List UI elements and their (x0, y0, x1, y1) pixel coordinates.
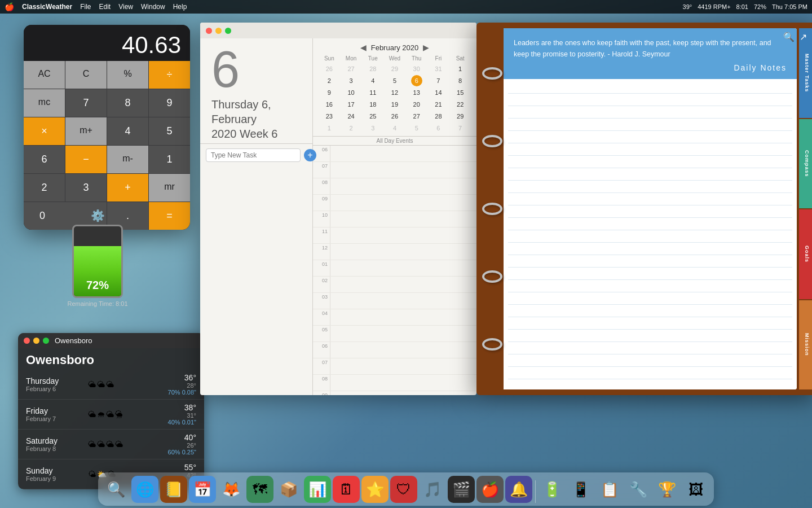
dock-tv[interactable]: 🎬 (448, 476, 475, 503)
cal-day[interactable]: 3 (367, 122, 378, 134)
cal-day[interactable]: 16 (324, 99, 335, 110)
dock-numbers[interactable]: 📊 (304, 476, 331, 503)
dock-calendar[interactable]: 📅 (189, 476, 216, 503)
cal-day[interactable]: 12 (389, 87, 400, 98)
cal-day[interactable]: 2 (324, 75, 335, 86)
cal-day[interactable]: 28 (367, 63, 378, 75)
calc-8[interactable]: 8 (107, 89, 148, 117)
close-button[interactable] (24, 338, 30, 344)
side-tab-goals[interactable]: Goals (799, 209, 812, 299)
planner-minimize[interactable] (215, 28, 222, 34)
calc-9[interactable]: 9 (149, 89, 190, 117)
dock-bell[interactable]: 🔔 (505, 476, 532, 503)
task-input[interactable] (206, 148, 301, 162)
cal-day[interactable]: 4 (367, 75, 378, 86)
dock-finder[interactable]: 🔍 (103, 476, 130, 503)
dock-photo[interactable]: 🖼 (682, 476, 709, 503)
calc-equals[interactable]: = (149, 202, 190, 230)
cal-day[interactable]: 17 (346, 99, 357, 110)
menu-edit[interactable]: Edit (99, 3, 111, 11)
dock-clipboard[interactable]: 📋 (596, 476, 623, 503)
cal-day[interactable]: 3 (346, 75, 357, 86)
dock-phone[interactable]: 📱 (567, 476, 594, 503)
cal-day[interactable]: 26 (389, 111, 400, 122)
calc-3[interactable]: 3 (65, 174, 107, 202)
dock-battery-app[interactable]: 🔋 (539, 476, 566, 503)
cal-day[interactable]: 1 (324, 122, 335, 134)
calc-6[interactable]: 6 (24, 146, 65, 173)
side-tab-compass[interactable]: Compass (799, 119, 812, 209)
calc-minus[interactable]: − (65, 146, 107, 173)
menu-view[interactable]: View (118, 3, 133, 11)
dock-notes[interactable]: 📦 (275, 476, 302, 503)
calc-plus[interactable]: + (107, 174, 148, 202)
calc-4[interactable]: 4 (107, 117, 148, 145)
maximize-button[interactable] (43, 338, 49, 344)
dock-shield[interactable]: 🛡 (390, 476, 417, 503)
calc-7[interactable]: 7 (65, 89, 107, 117)
calc-1[interactable]: 1 (149, 146, 190, 173)
calc-c[interactable]: C (65, 61, 107, 89)
calc-percent[interactable]: % (107, 61, 148, 89)
dock-music[interactable]: 🎵 (419, 476, 446, 503)
cal-day[interactable]: 5 (411, 122, 422, 134)
notebook-search-icon[interactable]: 🔍 (783, 32, 795, 42)
menu-window[interactable]: Window (141, 3, 165, 11)
cal-day[interactable]: 14 (433, 87, 444, 98)
cal-prev-button[interactable]: ◀ (360, 43, 367, 52)
cal-day[interactable]: 8 (454, 75, 466, 86)
notebook-arrow-icon[interactable]: ↗ (800, 32, 807, 42)
cal-day[interactable]: 23 (324, 111, 335, 122)
cal-day[interactable]: 19 (389, 99, 400, 110)
apple-menu[interactable]: 🍎 (5, 2, 14, 11)
dock-maps[interactable]: 🗺 (246, 476, 273, 503)
side-tab-mission[interactable]: Mission (799, 300, 812, 390)
cal-day[interactable]: 31 (433, 63, 444, 75)
cal-day[interactable]: 11 (367, 87, 378, 98)
dock-firefox[interactable]: 🦊 (218, 476, 245, 503)
cal-day[interactable]: 28 (433, 111, 444, 122)
cal-day[interactable]: 30 (411, 63, 422, 75)
calc-ac[interactable]: AC (24, 61, 65, 89)
cal-day[interactable]: 25 (367, 111, 378, 122)
menu-file[interactable]: File (80, 3, 91, 11)
cal-day[interactable]: 20 (411, 99, 422, 110)
cal-day[interactable]: 22 (454, 99, 466, 110)
dock-tools[interactable]: 🔧 (625, 476, 652, 503)
cal-day[interactable]: 29 (454, 111, 466, 122)
cal-day[interactable]: 1 (454, 63, 466, 75)
dock-ical[interactable]: 🗓 (333, 476, 360, 503)
calc-mminus[interactable]: m- (107, 146, 148, 173)
cal-day[interactable]: 27 (346, 63, 357, 75)
dock-appstore[interactable]: 🍎 (476, 476, 504, 503)
cal-day[interactable]: 18 (367, 99, 378, 110)
cal-day[interactable]: 7 (454, 122, 466, 134)
cal-day[interactable]: 26 (324, 63, 335, 75)
calc-mplus[interactable]: m+ (65, 117, 107, 145)
calc-mc[interactable]: mc (24, 89, 65, 117)
cal-day[interactable]: 7 (433, 75, 444, 86)
cal-day[interactable]: 6 (433, 122, 444, 134)
cal-day[interactable]: 2 (346, 122, 357, 134)
planner-close[interactable] (206, 28, 212, 34)
cal-next-button[interactable]: ▶ (423, 43, 429, 52)
calc-2[interactable]: 2 (24, 174, 65, 202)
cal-day-today[interactable]: 6 (411, 75, 422, 86)
calc-multiply[interactable]: × (24, 117, 65, 145)
cal-day[interactable]: 5 (389, 75, 400, 86)
dock-contacts[interactable]: 📒 (160, 476, 187, 503)
cal-day[interactable]: 9 (324, 87, 335, 98)
dock-trophy[interactable]: 🏆 (654, 476, 681, 503)
menu-help[interactable]: Help (173, 3, 187, 11)
cal-day[interactable]: 29 (389, 63, 400, 75)
cal-day[interactable]: 24 (346, 111, 357, 122)
cal-day[interactable]: 13 (411, 87, 422, 98)
dock-safari[interactable]: 🌐 (131, 476, 158, 503)
planner-maximize[interactable] (225, 28, 231, 34)
calc-mr[interactable]: mr (149, 174, 190, 202)
cal-day[interactable]: 21 (433, 99, 444, 110)
cal-day[interactable]: 27 (411, 111, 422, 122)
app-name[interactable]: ClassicWeather (22, 3, 72, 11)
cal-day[interactable]: 15 (454, 87, 466, 98)
cal-day[interactable]: 10 (346, 87, 357, 98)
